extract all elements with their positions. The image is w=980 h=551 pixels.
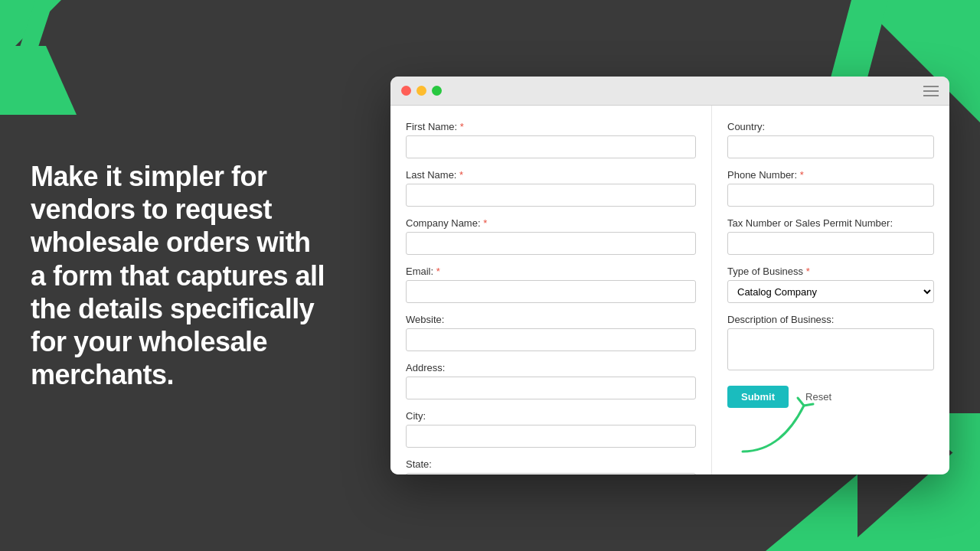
required-star-company: * — [483, 217, 487, 229]
country-input[interactable] — [727, 135, 934, 158]
traffic-light-green[interactable] — [432, 86, 442, 96]
required-star-last-name: * — [459, 169, 463, 181]
website-label: Website: — [406, 314, 696, 325]
state-input[interactable] — [406, 473, 696, 474]
company-name-group: Company Name: * — [406, 217, 696, 255]
business-type-select[interactable]: Catalog Company Retail Store Wholesale D… — [727, 280, 934, 303]
email-input[interactable] — [406, 280, 696, 303]
address-input[interactable] — [406, 377, 696, 399]
company-name-label: Company Name: * — [406, 217, 696, 229]
city-label: City: — [406, 410, 696, 422]
email-group: Email: * — [406, 266, 696, 303]
required-star-email: * — [436, 266, 440, 277]
traffic-light-red[interactable] — [401, 86, 411, 96]
phone-input[interactable] — [727, 184, 934, 207]
email-label: Email: * — [406, 266, 696, 277]
last-name-input[interactable] — [406, 184, 696, 207]
hamburger-line-1 — [923, 86, 939, 87]
browser-window: First Name: * Last Name: * Company Name:… — [390, 77, 949, 474]
phone-group: Phone Number: * — [727, 169, 934, 207]
hamburger-line-2 — [923, 90, 939, 92]
website-input[interactable] — [406, 328, 696, 351]
left-panel: Make it simpler for vendors to request w… — [31, 160, 329, 391]
phone-label: Phone Number: * — [727, 169, 934, 181]
required-star-business-type: * — [806, 266, 810, 277]
tax-number-group: Tax Number or Sales Permit Number: — [727, 217, 934, 255]
form-left-column: First Name: * Last Name: * Company Name:… — [390, 106, 712, 474]
headline: Make it simpler for vendors to request w… — [31, 160, 329, 391]
business-description-label: Description of Business: — [727, 314, 934, 325]
browser-content: First Name: * Last Name: * Company Name:… — [390, 106, 949, 474]
business-description-textarea[interactable] — [727, 328, 934, 370]
website-group: Website: — [406, 314, 696, 351]
address-label: Address: — [406, 362, 696, 373]
traffic-light-yellow[interactable] — [416, 86, 426, 96]
state-group: State: — [406, 458, 696, 474]
business-type-label: Type of Business * — [727, 266, 934, 277]
country-group: Country: — [727, 121, 934, 158]
bg-shape-tl-3 — [0, 46, 77, 115]
hamburger-line-3 — [923, 95, 939, 96]
required-star-phone: * — [800, 169, 804, 181]
first-name-group: First Name: * — [406, 121, 696, 158]
business-description-group: Description of Business: — [727, 314, 934, 373]
first-name-input[interactable] — [406, 135, 696, 158]
state-label: State: — [406, 458, 696, 470]
last-name-label: Last Name: * — [406, 169, 696, 181]
address-group: Address: — [406, 362, 696, 399]
business-type-group: Type of Business * Catalog Company Retai… — [727, 266, 934, 303]
city-group: City: — [406, 410, 696, 448]
hamburger-menu-icon[interactable] — [923, 86, 939, 96]
required-star-first-name: * — [460, 121, 464, 132]
arrow-decoration — [735, 390, 827, 459]
country-label: Country: — [727, 121, 934, 132]
tax-number-input[interactable] — [727, 232, 934, 255]
company-name-input[interactable] — [406, 232, 696, 255]
city-input[interactable] — [406, 425, 696, 448]
form-right-column: Country: Phone Number: * Tax Number or S… — [712, 106, 949, 474]
traffic-lights — [401, 86, 442, 96]
browser-titlebar — [390, 77, 949, 106]
tax-number-label: Tax Number or Sales Permit Number: — [727, 217, 934, 229]
first-name-label: First Name: * — [406, 121, 696, 132]
last-name-group: Last Name: * — [406, 169, 696, 207]
bg-shape-br-3 — [766, 474, 858, 551]
